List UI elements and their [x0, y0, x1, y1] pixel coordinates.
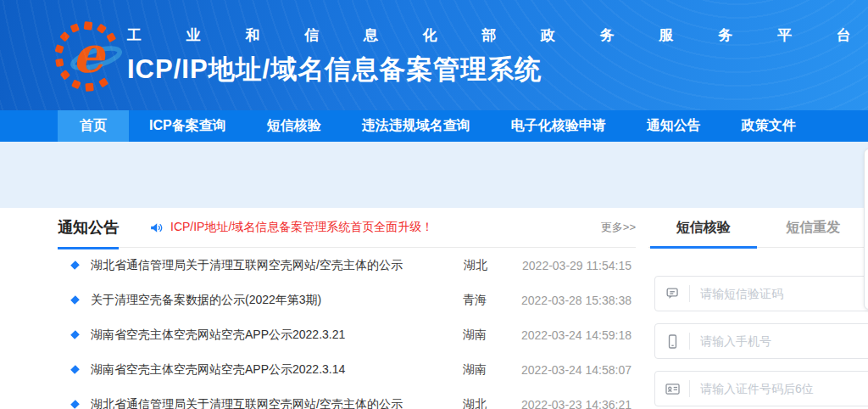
announcement-datetime: 2022-03-24 14:59:18 [521, 328, 632, 342]
mobile-phone-icon [655, 333, 689, 350]
nav-item-home[interactable]: 首页 [58, 110, 129, 142]
diamond-bullet-icon [70, 261, 80, 270]
nav-item-policy-files[interactable]: 政策文件 [721, 110, 816, 142]
nav-item-announcements[interactable]: 通知公告 [626, 110, 721, 142]
diamond-bullet-icon [70, 330, 80, 339]
search-band: 搜索 [0, 142, 868, 208]
announcements-section: 通知公告 ICP/IP地址/域名信息备案管理系统首页全面升级！ 更多>> 湖北省… [58, 208, 636, 409]
announcements-header: 通知公告 ICP/IP地址/域名信息备案管理系统首页全面升级！ 更多>> [58, 208, 636, 248]
miit-gear-e-logo-icon: e [54, 20, 122, 93]
system-title: ICP/IP地址/域名信息备案管理系统 [127, 52, 868, 87]
nav-item-sms-verify[interactable]: 短信核验 [247, 110, 342, 142]
diamond-bullet-icon [70, 295, 80, 305]
announcement-province: 湖北 [463, 397, 521, 409]
announcement-title: 湖南省空壳主体空壳网站空壳APP公示2022.3.14 [91, 362, 425, 378]
announcement-row[interactable]: 湖南省空壳主体空壳网站空壳APP公示2022.3.14 湖南 2022-03-2… [58, 352, 636, 387]
announcement-row[interactable]: 湖北省通信管理局关于清理互联网空壳网站/空壳主体的公示 湖北 2022-03-2… [58, 387, 636, 409]
announcement-province: 湖南 [463, 362, 521, 378]
floating-side-widget[interactable] [864, 148, 868, 310]
main-nav: 首页 ICP备案查询 短信核验 违法违规域名查询 电子化核验申请 通知公告 政策… [0, 110, 868, 142]
announcement-row[interactable]: 关于清理空壳备案数据的公示(2022年第3期) 青海 2022-03-28 15… [58, 283, 636, 317]
announcement-row[interactable]: 湖南省空壳主体空壳网站空壳APP公示2022.3.21 湖南 2022-03-2… [58, 317, 636, 352]
sms-icon [655, 286, 689, 302]
diamond-bullet-icon [70, 365, 80, 374]
announcement-datetime: 2022-03-24 14:58:07 [521, 363, 632, 377]
announcements-title: 通知公告 [58, 208, 119, 248]
sms-verify-panel: 短信核验 短信重发 [648, 208, 868, 248]
phone-number-field [654, 323, 868, 359]
id-number-input[interactable] [690, 372, 868, 406]
announcement-datetime: 2022-03-23 14:36:21 [521, 398, 632, 409]
sms-code-field [654, 276, 868, 311]
announcement-province: 青海 [463, 293, 521, 308]
announcement-title: 湖南省空壳主体空壳网站空壳APP公示2022.3.21 [91, 328, 425, 343]
nav-item-e-verification-apply[interactable]: 电子化核验申请 [491, 110, 626, 142]
platform-title: 工 业 和 信 息 化 部 政 务 服 务 平 台 [127, 25, 868, 45]
diamond-bullet-icon [70, 400, 80, 409]
sms-code-input[interactable] [690, 277, 868, 311]
announcement-datetime: 2022-03-29 11:54:15 [522, 259, 632, 272]
speaker-icon [149, 221, 164, 235]
phone-number-input[interactable] [690, 324, 868, 358]
content-area: 通知公告 ICP/IP地址/域名信息备案管理系统首页全面升级！ 更多>> 湖北省… [0, 208, 868, 409]
announcement-row[interactable]: 湖北省通信管理局关于清理互联网空壳网站/空壳主体的公示 湖北 2022-03-2… [58, 248, 636, 283]
tab-sms-verify[interactable]: 短信核验 [648, 208, 759, 247]
announcement-province: 湖南 [463, 328, 521, 343]
announcement-title: 关于清理空壳备案数据的公示(2022年第3期) [91, 293, 425, 308]
announcement-title: 湖北省通信管理局关于清理互联网空壳网站/空壳主体的公示 [91, 397, 425, 409]
tab-sms-resend[interactable]: 短信重发 [759, 208, 868, 247]
headline-text: ICP/IP地址/域名信息备案管理系统首页全面升级！ [170, 220, 433, 235]
site-header: e 工 业 和 信 息 化 部 政 务 服 务 平 台 ICP/IP地址/域名信… [0, 0, 868, 110]
announcement-datetime: 2022-03-28 15:38:38 [521, 294, 632, 307]
verify-tabs: 短信核验 短信重发 [648, 208, 868, 248]
more-link[interactable]: 更多>> [601, 220, 636, 235]
nav-item-icp-query[interactable]: ICP备案查询 [129, 110, 247, 142]
id-number-field [654, 371, 868, 406]
announcement-title: 湖北省通信管理局关于清理互联网空壳网站/空壳主体的公示 [91, 258, 426, 273]
svg-text:e: e [72, 25, 107, 84]
announcement-province: 湖北 [464, 258, 522, 273]
nav-item-illegal-domain-query[interactable]: 违法违规域名查询 [342, 110, 491, 142]
id-card-icon [655, 381, 689, 397]
headline-notice[interactable]: ICP/IP地址/域名信息备案管理系统首页全面升级！ [149, 220, 433, 235]
